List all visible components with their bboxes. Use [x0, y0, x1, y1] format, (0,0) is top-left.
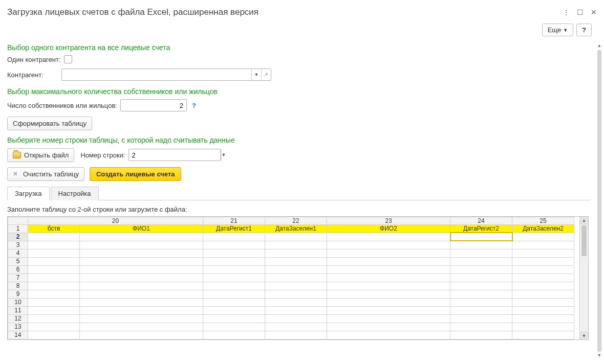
- sheet-cell[interactable]: [265, 323, 327, 331]
- sheet-cell[interactable]: [28, 314, 80, 323]
- sheet-cell[interactable]: [203, 314, 265, 323]
- kebab-icon[interactable]: ⋮: [563, 8, 570, 16]
- sheet-cell[interactable]: [80, 249, 203, 257]
- col-number-header[interactable]: 20: [28, 217, 203, 224]
- sheet-scrollbar[interactable]: ▲ ▼: [579, 217, 588, 339]
- row-number-header[interactable]: 3: [8, 241, 28, 249]
- sheet-cell[interactable]: [512, 298, 574, 306]
- sheet-cell[interactable]: [512, 241, 574, 249]
- sheet-cell[interactable]: [28, 331, 80, 339]
- sheet-cell[interactable]: [28, 274, 80, 282]
- sheet-cell[interactable]: [80, 298, 203, 306]
- sheet-cell[interactable]: [512, 323, 574, 331]
- sheet-cell[interactable]: [512, 331, 574, 339]
- contractor-open-icon[interactable]: ↗: [261, 69, 271, 80]
- scroll-up-icon[interactable]: ▲: [597, 43, 602, 49]
- sheet-cell[interactable]: [203, 233, 265, 241]
- row-number-header[interactable]: 14: [8, 331, 28, 339]
- sheet-cell[interactable]: [327, 274, 450, 282]
- sheet-cell[interactable]: [203, 290, 265, 298]
- sheet-cell[interactable]: [28, 241, 80, 249]
- clear-table-button[interactable]: ✕ Очистить таблицу: [7, 167, 84, 181]
- sheet-cell[interactable]: [327, 233, 450, 241]
- sheet-cell[interactable]: [203, 249, 265, 257]
- sheet-cell[interactable]: [265, 249, 327, 257]
- sheet-cell[interactable]: [512, 290, 574, 298]
- scroll-thumb[interactable]: [597, 50, 601, 352]
- sheet-scroll-down-icon[interactable]: ▼: [580, 332, 588, 339]
- sheet-cell[interactable]: [450, 290, 512, 298]
- sheet-cell[interactable]: [28, 323, 80, 331]
- row-number-header[interactable]: 6: [8, 265, 28, 274]
- create-accounts-button[interactable]: Создать лицевые счета: [90, 167, 182, 181]
- row-number-dropdown-icon[interactable]: ▼: [221, 149, 226, 161]
- column-header-cell[interactable]: ДатаРегист2: [450, 224, 512, 233]
- sheet-cell[interactable]: [512, 306, 574, 314]
- contractor-input[interactable]: [62, 69, 251, 80]
- open-file-button[interactable]: Открыть файл: [7, 148, 74, 162]
- sheet-cell[interactable]: [265, 298, 327, 306]
- sheet-cell[interactable]: [450, 306, 512, 314]
- sheet-cell[interactable]: [327, 298, 450, 306]
- sheet-cell[interactable]: [512, 265, 574, 274]
- sheet-cell[interactable]: [450, 274, 512, 282]
- sheet-cell[interactable]: [80, 323, 203, 331]
- sheet-cell[interactable]: [80, 241, 203, 249]
- row-number-header[interactable]: 12: [8, 314, 28, 323]
- sheet-cell[interactable]: [80, 290, 203, 298]
- sheet-cell[interactable]: [327, 314, 450, 323]
- col-number-header[interactable]: 21: [203, 217, 265, 224]
- row-number-header[interactable]: 9: [8, 290, 28, 298]
- sheet-cell[interactable]: [327, 241, 450, 249]
- sheet-cell[interactable]: [80, 331, 203, 339]
- sheet-cell[interactable]: [80, 233, 203, 241]
- sheet-cell[interactable]: [327, 323, 450, 331]
- sheet-cell[interactable]: [512, 249, 574, 257]
- col-number-header[interactable]: 22: [265, 217, 327, 224]
- contractor-dropdown-icon[interactable]: ▼: [251, 69, 261, 80]
- help-button[interactable]: ?: [576, 24, 592, 36]
- sheet-cell[interactable]: [512, 282, 574, 290]
- column-header-cell[interactable]: ДатаЗаселен2: [512, 224, 574, 233]
- sheet-cell[interactable]: [327, 331, 450, 339]
- sheet-cell[interactable]: [450, 249, 512, 257]
- sheet-cell[interactable]: [512, 257, 574, 265]
- sheet-cell[interactable]: [450, 257, 512, 265]
- sheet-cell[interactable]: [512, 314, 574, 323]
- row-number-header[interactable]: 8: [8, 282, 28, 290]
- col-number-header[interactable]: 24: [450, 217, 512, 224]
- sheet-cell[interactable]: [265, 331, 327, 339]
- sheet-cell[interactable]: [203, 241, 265, 249]
- sheet-cell[interactable]: [80, 257, 203, 265]
- row-number-header[interactable]: 13: [8, 323, 28, 331]
- sheet-cell[interactable]: [265, 233, 327, 241]
- sheet-cell[interactable]: [327, 249, 450, 257]
- sheet-cell[interactable]: [265, 282, 327, 290]
- page-scrollbar[interactable]: ▲ ▼: [596, 43, 603, 359]
- row-number-header[interactable]: 2: [8, 233, 28, 241]
- sheet-cell[interactable]: [80, 274, 203, 282]
- row-number-header[interactable]: 7: [8, 274, 28, 282]
- scroll-down-icon[interactable]: ▼: [597, 353, 602, 359]
- sheet-cell[interactable]: [203, 306, 265, 314]
- tab-settings[interactable]: Настройка: [51, 187, 99, 200]
- sheet-cell[interactable]: [450, 298, 512, 306]
- sheet-cell[interactable]: [327, 306, 450, 314]
- sheet-cell[interactable]: [450, 331, 512, 339]
- sheet-cell[interactable]: [450, 323, 512, 331]
- sheet-cell[interactable]: [80, 265, 203, 274]
- sheet-cell[interactable]: [265, 290, 327, 298]
- more-button[interactable]: Еще ▼: [542, 24, 573, 36]
- contractor-combo[interactable]: ▼ ↗: [61, 69, 271, 81]
- row-number-header[interactable]: 4: [8, 249, 28, 257]
- sheet-cell[interactable]: [327, 265, 450, 274]
- sheet-cell[interactable]: [80, 282, 203, 290]
- column-header-cell[interactable]: ФИО1: [80, 224, 203, 233]
- sheet-cell[interactable]: [265, 265, 327, 274]
- sheet-cell[interactable]: [203, 274, 265, 282]
- sheet-cell[interactable]: [80, 306, 203, 314]
- owners-count-input[interactable]: [121, 102, 186, 109]
- row-number-header[interactable]: 11: [8, 306, 28, 314]
- tab-load[interactable]: Загрузка: [7, 187, 50, 200]
- sheet-cell[interactable]: [265, 274, 327, 282]
